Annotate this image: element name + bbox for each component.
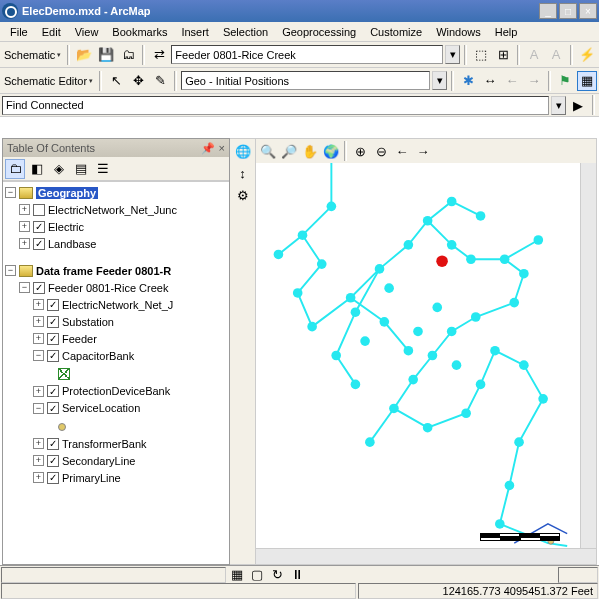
menu-bookmarks[interactable]: Bookmarks (106, 24, 173, 40)
tree-dataframe[interactable]: Data frame Feeder 0801-R (36, 265, 171, 277)
tree-item[interactable]: Electric (48, 221, 84, 233)
text-a-icon[interactable]: A (524, 45, 544, 65)
menu-view[interactable]: View (69, 24, 105, 40)
expand-icon[interactable]: + (33, 455, 44, 466)
back-icon[interactable]: ← (502, 71, 522, 91)
tree-geography[interactable]: Geography (36, 187, 98, 199)
layers-icon[interactable]: 🗂 (118, 45, 138, 65)
checkbox[interactable]: ✓ (33, 282, 45, 294)
expand-icon[interactable]: + (33, 333, 44, 344)
expand-icon[interactable]: + (33, 316, 44, 327)
search-input[interactable] (2, 96, 549, 115)
expand-icon[interactable]: + (33, 438, 44, 449)
expand-icon[interactable]: + (19, 221, 30, 232)
dropdown2-icon[interactable]: ▾ (432, 71, 447, 90)
switch-icon[interactable]: ⇄ (149, 45, 169, 65)
expand-icon[interactable]: + (19, 204, 30, 215)
list-by-source-icon[interactable]: ◧ (27, 159, 47, 179)
gear-icon[interactable]: ⚙ (233, 185, 253, 205)
pointer-icon[interactable]: ↖ (106, 71, 126, 91)
tree-item[interactable]: Feeder 0801-Rice Creek (48, 282, 168, 294)
close-toc-icon[interactable]: × (219, 142, 225, 154)
menu-windows[interactable]: Windows (430, 24, 487, 40)
save-icon[interactable]: 💾 (96, 45, 116, 65)
collapse-icon[interactable]: − (33, 350, 44, 361)
checkbox[interactable]: ✓ (47, 385, 59, 397)
next-extent-icon[interactable]: → (413, 141, 433, 161)
extent-icon[interactable]: ⬚ (471, 45, 491, 65)
expand-icon[interactable]: + (33, 299, 44, 310)
fwd-icon[interactable]: → (524, 71, 544, 91)
menu-file[interactable]: File (4, 24, 34, 40)
list-by-selection-icon[interactable]: ▤ (71, 159, 91, 179)
checkbox[interactable]: ✓ (47, 350, 59, 362)
select-box-icon[interactable]: ▦ (577, 71, 597, 91)
map-canvas[interactable] (256, 163, 580, 548)
collapse-icon[interactable]: − (33, 403, 44, 414)
menu-edit[interactable]: Edit (36, 24, 67, 40)
link-icon[interactable]: ⚡ (577, 45, 597, 65)
vertical-scrollbar[interactable] (580, 163, 596, 548)
layout-view-icon[interactable]: ▢ (247, 565, 267, 585)
checkbox[interactable]: ✓ (33, 221, 45, 233)
tree-item[interactable]: TransformerBank (62, 438, 147, 450)
menu-insert[interactable]: Insert (175, 24, 215, 40)
collapse-icon[interactable]: − (19, 282, 30, 293)
layout-dropdown[interactable]: Geo - Initial Positions (181, 71, 430, 90)
add-icon[interactable]: ⊞ (493, 45, 513, 65)
schematic-menu[interactable]: Schematic (2, 49, 63, 61)
menu-customize[interactable]: Customize (364, 24, 428, 40)
maximize-button[interactable]: □ (559, 3, 577, 19)
zoom-out-icon[interactable]: 🔎 (279, 141, 299, 161)
checkbox[interactable]: ✓ (47, 299, 59, 311)
pin-icon[interactable]: 📌 (201, 142, 215, 155)
refresh-icon[interactable]: ↻ (267, 565, 287, 585)
minimize-button[interactable]: _ (539, 3, 557, 19)
list-by-visibility-icon[interactable]: ◈ (49, 159, 69, 179)
menu-geoprocessing[interactable]: Geoprocessing (276, 24, 362, 40)
tree-item[interactable]: ElectricNetwork_Net_J (62, 299, 173, 311)
globe-icon[interactable]: 🌐 (233, 141, 253, 161)
move-icon[interactable]: ✥ (128, 71, 148, 91)
horizontal-scrollbar[interactable] (256, 548, 596, 564)
data-view-icon[interactable]: ▦ (227, 565, 247, 585)
open-icon[interactable]: 📂 (74, 45, 94, 65)
pan-icon[interactable]: ✋ (300, 141, 320, 161)
expand-icon[interactable]: + (33, 386, 44, 397)
tree-item[interactable]: ElectricNetwork_Net_Junc (48, 204, 177, 216)
checkbox[interactable]: ✓ (47, 438, 59, 450)
checkbox[interactable]: ✓ (47, 402, 59, 414)
checkbox[interactable]: ✓ (47, 455, 59, 467)
menu-selection[interactable]: Selection (217, 24, 274, 40)
menu-help[interactable]: Help (489, 24, 524, 40)
list-by-drawing-icon[interactable]: 🗀 (5, 159, 25, 179)
tree-item[interactable]: SecondaryLine (62, 455, 135, 467)
checkbox[interactable] (33, 204, 45, 216)
tree-item[interactable]: ProtectionDeviceBank (62, 385, 170, 397)
graph-icon[interactable]: ✱ (458, 71, 478, 91)
pause-icon[interactable]: ⏸ (287, 565, 307, 585)
sort-icon[interactable]: ↕ (233, 163, 253, 183)
tree-item[interactable]: PrimaryLine (62, 472, 121, 484)
checkbox[interactable]: ✓ (33, 238, 45, 250)
tree-item[interactable]: Landbase (48, 238, 96, 250)
search-go-icon[interactable]: ▶ (568, 95, 588, 115)
checkbox[interactable]: ✓ (47, 333, 59, 345)
tree-item[interactable]: CapacitorBank (62, 350, 134, 362)
tree-item[interactable]: Feeder (62, 333, 97, 345)
draw-icon[interactable]: ✎ (150, 71, 170, 91)
feeder-dropdown[interactable]: Feeder 0801-Rice Creek (171, 45, 443, 64)
options-icon[interactable]: ☰ (93, 159, 113, 179)
fixed-zoom-in-icon[interactable]: ⊕ (350, 141, 370, 161)
expand-icon[interactable]: + (33, 472, 44, 483)
expand-icon[interactable]: ↔ (480, 71, 500, 91)
zoom-in-icon[interactable]: 🔍 (258, 141, 278, 161)
search-dd-icon[interactable]: ▾ (551, 96, 566, 115)
dropdown-icon[interactable]: ▾ (445, 45, 460, 64)
checkbox[interactable]: ✓ (47, 316, 59, 328)
collapse-icon[interactable]: − (5, 265, 16, 276)
tree-item[interactable]: Substation (62, 316, 114, 328)
close-button[interactable]: × (579, 3, 597, 19)
checkbox[interactable]: ✓ (47, 472, 59, 484)
expand-icon[interactable]: + (19, 238, 30, 249)
